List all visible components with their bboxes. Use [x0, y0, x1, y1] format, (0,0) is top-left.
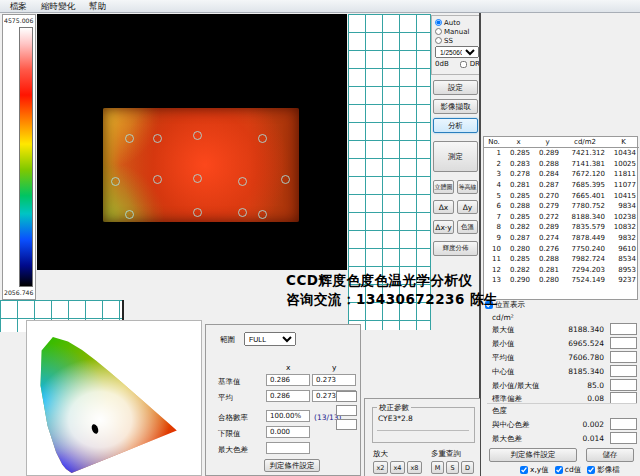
image-canvas[interactable]	[37, 14, 347, 270]
radio-ss[interactable]: SS	[435, 36, 478, 45]
cell: 0.282	[504, 222, 533, 233]
color-scale-panel: 4575.006 2056.746	[2, 14, 36, 300]
cell: 7665.401	[562, 190, 608, 201]
table-row[interactable]: 60.2880.2797780.7529834	[484, 201, 639, 212]
zoom-x2-button[interactable]: x2	[373, 461, 388, 474]
indicator-box[interactable]	[336, 391, 357, 402]
measurement-marker[interactable]	[111, 177, 120, 186]
stat-value: 85.0	[552, 381, 604, 390]
measurement-marker[interactable]	[193, 131, 202, 140]
save-button[interactable]: 儲存	[586, 448, 634, 462]
table-row[interactable]: 130.2900.2807524.1499237	[484, 275, 639, 286]
analyze-button[interactable]: 分析	[433, 118, 478, 133]
check-cd[interactable]: cd值	[555, 465, 581, 475]
results-table[interactable]: No. x y cd/m2 K 10.2850.2897421.31210434…	[483, 136, 638, 300]
radio-auto-input[interactable]	[435, 19, 442, 26]
check-xy[interactable]: x,y值	[520, 465, 549, 475]
stat-color-box[interactable]	[610, 418, 637, 430]
indicator-box[interactable]	[336, 405, 357, 416]
menu-help[interactable]: 幫助	[83, 0, 112, 12]
zoom-x4-button[interactable]: x4	[390, 461, 405, 474]
contour-button[interactable]: 等高線	[457, 180, 478, 194]
luminance-distribution-button[interactable]: 輝度分佈	[433, 241, 478, 256]
cie-diagram-panel[interactable]	[26, 320, 202, 476]
table-row[interactable]: 120.2820.2817294.2038953	[484, 265, 639, 276]
measurement-marker[interactable]	[153, 175, 162, 184]
stat-color-box[interactable]	[610, 337, 637, 349]
reference-label: 基準值	[218, 377, 241, 387]
measurement-marker[interactable]	[238, 177, 247, 186]
range-select[interactable]: FULL	[244, 332, 296, 346]
radio-ss-input[interactable]	[435, 37, 442, 44]
measure-button[interactable]: 測定	[433, 141, 478, 172]
xy-checkbox[interactable]	[520, 466, 528, 474]
measurement-marker[interactable]	[258, 210, 267, 219]
dr-checkbox[interactable]	[460, 61, 467, 68]
stat-color-box[interactable]	[610, 379, 637, 391]
judge-condition-button[interactable]: 判定條件設定	[489, 448, 577, 462]
y-col-header: y	[332, 363, 336, 372]
table-row[interactable]: 40.2810.2877685.39511077	[484, 180, 639, 191]
radio-manual-input[interactable]	[435, 28, 442, 35]
measurement-marker[interactable]	[258, 134, 267, 143]
multi-s-button[interactable]: S	[446, 461, 459, 474]
plot3d-button[interactable]: 立體圖	[433, 180, 454, 194]
stat-color-box[interactable]	[610, 323, 637, 335]
max-color-diff-field[interactable]	[266, 442, 310, 454]
shutter-select[interactable]: 1/25060	[435, 46, 479, 58]
stat-color-box[interactable]	[610, 432, 637, 444]
cd-checkbox[interactable]	[555, 466, 563, 474]
multi-d-button[interactable]: D	[461, 461, 474, 474]
image-checkbox[interactable]	[587, 466, 595, 474]
reference-y-field[interactable]: 0.273	[312, 374, 356, 386]
pass-rate-field[interactable]: 100.00%	[266, 410, 310, 422]
judge-condition-button2[interactable]: 判定條件設定	[264, 459, 320, 472]
cell: 0.276	[533, 243, 562, 254]
table-row[interactable]: 110.2850.2887982.7248534	[484, 254, 639, 265]
measurement-marker[interactable]	[193, 174, 202, 183]
stat-value: 0.08	[552, 394, 604, 403]
table-row[interactable]: 10.2850.2897421.31210434	[484, 148, 639, 159]
indicator-box[interactable]	[336, 419, 357, 430]
multi-m-button[interactable]: M	[431, 461, 444, 474]
watermark-line2: 咨询交流：13430672236 陈生	[286, 290, 498, 309]
menu-file[interactable]: 檔案	[4, 0, 33, 12]
radio-auto[interactable]: Auto	[435, 18, 478, 27]
table-row[interactable]: 20.2830.2887141.38110025	[484, 159, 639, 170]
menu-timelapse[interactable]: 縮時變化	[35, 0, 81, 12]
table-row[interactable]: 80.2820.2897835.57910832	[484, 222, 639, 233]
table-row[interactable]: 30.2780.2847672.12011811	[484, 169, 639, 180]
zoom-x8-button[interactable]: x8	[407, 461, 422, 474]
image-capture-button[interactable]: 影像擷取	[433, 99, 478, 114]
reference-x-field[interactable]: 0.286	[266, 374, 310, 386]
average-x-field[interactable]: 0.286	[266, 390, 310, 402]
stat-color-box[interactable]	[610, 365, 637, 377]
check-image[interactable]: 影像檔	[587, 465, 620, 475]
table-row[interactable]: 50.2850.2707665.40110415	[484, 190, 639, 201]
table-row[interactable]: 90.2870.2747878.4499832	[484, 233, 639, 244]
table-row[interactable]: 70.2850.2728188.34010238	[484, 212, 639, 223]
cell: 11811	[608, 169, 639, 180]
measurement-marker[interactable]	[281, 175, 290, 184]
delta-xy-button[interactable]: Δx·y	[433, 220, 454, 234]
lower-limit-field[interactable]: 0.000	[266, 426, 310, 438]
cell: 9832	[608, 233, 639, 244]
settings-button[interactable]: 設定	[433, 80, 478, 95]
cct-button[interactable]: 色溫	[457, 220, 478, 234]
measurement-marker[interactable]	[125, 134, 134, 143]
table-row[interactable]: 100.2800.2767750.2409610	[484, 243, 639, 254]
false-color-image[interactable]	[103, 108, 299, 222]
cell: 7141.381	[562, 159, 608, 170]
cell: 0.287	[533, 180, 562, 191]
cd-check-label: cd值	[565, 465, 581, 475]
delta-x-button[interactable]: Δx	[433, 200, 454, 214]
radio-manual[interactable]: Manual	[435, 27, 478, 36]
delta-y-button[interactable]: Δy	[457, 200, 478, 214]
measurement-marker[interactable]	[193, 208, 202, 217]
color-scale-bar[interactable]	[19, 27, 33, 287]
measurement-marker[interactable]	[238, 208, 247, 217]
measurement-marker[interactable]	[153, 134, 162, 143]
watermark-text: CCD辉度色度色温光学分析仪 咨询交流：13430672236 陈生	[286, 271, 498, 309]
stat-color-box[interactable]	[610, 351, 637, 363]
measurement-marker[interactable]	[125, 210, 134, 219]
